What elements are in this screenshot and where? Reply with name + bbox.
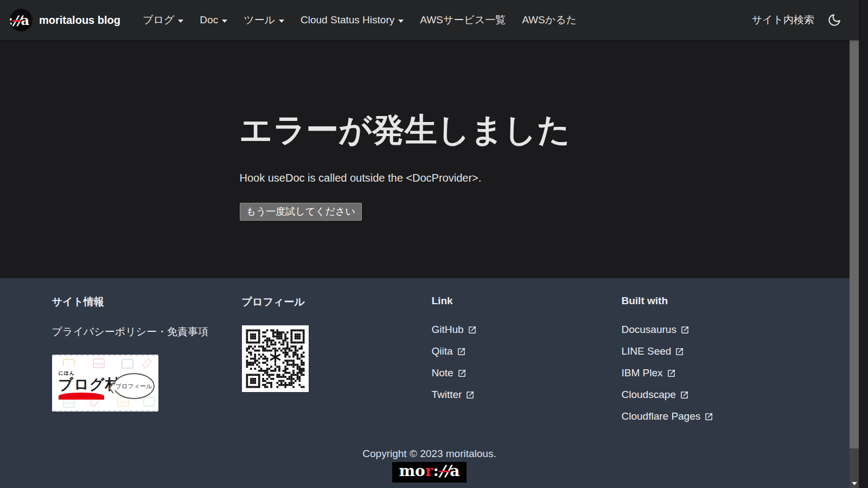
external-link-icon (681, 326, 689, 334)
site-title: moritalous blog (39, 14, 120, 27)
nav-item-aws-karuta[interactable]: AWSかるた (514, 9, 585, 31)
footer: サイト情報 プライバシーポリシー・免責事項 New New 123 にほん ブロ… (0, 278, 859, 488)
new-badge-icon: New (93, 358, 105, 368)
external-link-icon (458, 369, 466, 377)
nav-item-blog[interactable]: ブログ (135, 9, 192, 31)
crown-icon (63, 359, 75, 367)
footer-col-link: Link GitHub Qiita Note Twitter (430, 295, 620, 432)
chevron-down-icon (279, 20, 284, 23)
blog-mura-banner-link[interactable]: New New 123 にほん ブログ村 プロフィール (52, 355, 158, 412)
external-link-icon (667, 369, 675, 377)
nav-item-tools[interactable]: ツール (235, 9, 292, 31)
footer-col-title: サイト情報 (52, 295, 238, 309)
photo-icon (143, 397, 155, 407)
external-link-icon (680, 391, 688, 399)
nav-item-doc[interactable]: Doc (192, 10, 235, 30)
privacy-policy-link[interactable]: プライバシーポリシー・免責事項 (52, 325, 209, 338)
cloudflare-pages-link[interactable]: Cloudflare Pages (622, 410, 713, 422)
main-content: エラーが発生しました Hook useDoc is called outside… (0, 40, 859, 278)
nav-items: ブログ Doc ツール Cloud Status History AWSサービス… (135, 9, 585, 31)
external-link-icon (675, 348, 684, 356)
chevron-down-icon (178, 20, 183, 23)
vertical-scrollbar[interactable] (850, 0, 859, 488)
footer-columns: サイト情報 プライバシーポリシー・免責事項 New New 123 にほん ブロ… (50, 295, 809, 432)
document-icon (122, 359, 133, 369)
note-link[interactable]: Note (432, 367, 466, 379)
profile-qr-code (242, 325, 309, 392)
footer-col-title: プロフィール (242, 295, 427, 309)
site-logo-icon: ://a (10, 9, 33, 31)
external-link-icon (457, 348, 465, 356)
external-link-icon (468, 326, 476, 334)
line-seed-link[interactable]: LINE Seed (622, 345, 684, 357)
pencil-icon (142, 358, 152, 369)
footer-col-title: Built with (622, 295, 807, 307)
ibm-plex-link[interactable]: IBM Plex (622, 367, 675, 379)
footer-bottom: Copyright © 2023 moritalous. mor://a (0, 448, 859, 483)
docusaurus-link[interactable]: Docusaurus (622, 323, 689, 336)
chevron-down-icon (398, 20, 404, 23)
retry-button[interactable]: もう一度試してください (240, 203, 362, 221)
footer-col-profile: プロフィール (240, 295, 430, 432)
github-link[interactable]: GitHub (432, 323, 476, 336)
scrollbar-thumb[interactable] (850, 9, 859, 448)
footer-col-title: Link (432, 295, 617, 307)
navbar: ://a moritalous blog ブログ Doc ツール Cloud S… (0, 0, 859, 40)
copyright-text: Copyright © 2023 moritalous. (0, 448, 859, 460)
external-link-icon (705, 413, 713, 421)
morra-logo: mor://a (392, 462, 466, 483)
moon-icon[interactable] (827, 13, 841, 27)
twitter-link[interactable]: Twitter (432, 388, 475, 401)
error-message: Hook useDoc is called outside the <DocPr… (240, 172, 620, 184)
nav-item-aws-service-list[interactable]: AWSサービス一覧 (412, 9, 514, 31)
page: ://a moritalous blog ブログ Doc ツール Cloud S… (0, 0, 859, 488)
error-title: エラーが発生しました (240, 113, 620, 148)
external-link-icon (466, 391, 474, 399)
cloudscape-link[interactable]: Cloudscape (622, 388, 688, 401)
qiita-link[interactable]: Qiita (432, 345, 465, 357)
brand-home-link[interactable]: ://a moritalous blog (10, 9, 120, 31)
banner-red-arc (59, 393, 104, 400)
nav-item-cloud-status-history[interactable]: Cloud Status History (292, 10, 412, 30)
triangle-down-icon (852, 482, 857, 485)
navbar-right: サイト内検索 (752, 13, 849, 27)
error-panel: エラーが発生しました Hook useDoc is called outside… (240, 40, 620, 221)
footer-col-site-info: サイト情報 プライバシーポリシー・免責事項 New New 123 にほん ブロ… (50, 295, 240, 432)
scroll-down-button[interactable] (850, 479, 859, 488)
banner-bubble-label: プロフィール (113, 373, 155, 399)
chevron-down-icon (222, 20, 227, 23)
site-search-link[interactable]: サイト内検索 (752, 13, 814, 27)
footer-col-built-with: Built with Docusaurus LINE Seed IBM Plex… (620, 295, 809, 432)
